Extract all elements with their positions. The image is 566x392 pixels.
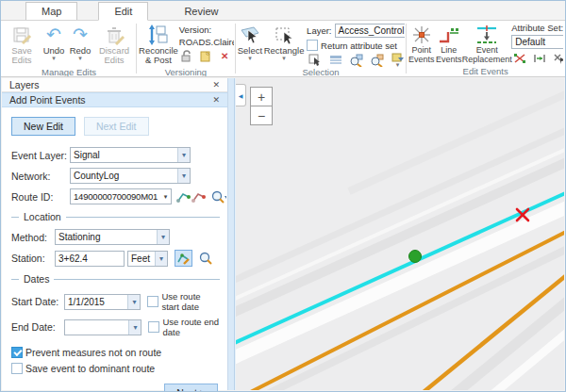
pan-to-selection-icon[interactable] bbox=[369, 53, 385, 67]
collapse-arrow-icon: ◀ bbox=[239, 92, 243, 99]
tab-map[interactable]: Map bbox=[25, 2, 77, 20]
reconcile-post-button[interactable]: Reconcile & Post bbox=[138, 23, 179, 67]
group-manage-edits: Save Edits ↶ Undo ▾ ↷ Redo ▾ Discard Edi… bbox=[3, 21, 135, 76]
tab-edit[interactable]: Edit bbox=[98, 2, 148, 21]
attribute-set-label: Attribute Set: bbox=[511, 23, 563, 33]
layers-close-icon[interactable]: ✕ bbox=[212, 80, 220, 90]
remove-route-icon[interactable] bbox=[191, 189, 207, 204]
redo-icon: ↷ bbox=[73, 24, 88, 46]
event-layer-label: Event Layer: bbox=[11, 150, 70, 161]
start-date-label: Start Date: bbox=[11, 296, 64, 307]
save-dominant-route-checkbox[interactable]: Save event to dominant route bbox=[11, 363, 220, 374]
group-versioning: Reconcile & Post Version: ROADS.Claire_R… bbox=[138, 21, 234, 76]
line-events-button[interactable]: Line Events bbox=[435, 23, 462, 66]
rectangle-select-icon bbox=[273, 24, 295, 46]
select-button[interactable]: Select ▾ bbox=[237, 23, 263, 61]
zoom-location-icon[interactable] bbox=[197, 252, 213, 266]
redo-button[interactable]: ↷ Redo ▾ bbox=[67, 23, 93, 61]
point-events-icon bbox=[411, 24, 432, 46]
route-id-label: Route ID: bbox=[11, 191, 70, 203]
collapse-panel-button[interactable]: ◀ bbox=[236, 84, 246, 106]
ribbon-tabbar: Map Edit Review bbox=[1, 1, 565, 21]
new-edit-button[interactable]: New Edit bbox=[11, 117, 75, 136]
add-point-events-close-icon[interactable]: ✕ bbox=[212, 95, 220, 105]
method-combo[interactable]: Stationing ▾ bbox=[55, 229, 170, 245]
zoom-route-icon[interactable] bbox=[210, 189, 226, 204]
selected-route-line bbox=[236, 190, 564, 344]
measure-range-icon[interactable] bbox=[531, 51, 547, 65]
station-units-arrow-icon[interactable]: ▾ bbox=[155, 252, 167, 266]
return-attribute-set-checkbox[interactable]: Return attribute set bbox=[307, 40, 405, 51]
method-combo-arrow-icon[interactable]: ▾ bbox=[157, 230, 169, 244]
zoom-out-button[interactable]: − bbox=[250, 106, 273, 125]
event-layer-combo[interactable]: Signal ▾ bbox=[70, 147, 191, 163]
tab-review[interactable]: Review bbox=[169, 3, 233, 20]
changes-icon[interactable] bbox=[198, 49, 214, 63]
ribbon-divider bbox=[406, 24, 407, 74]
point-events-button[interactable]: Point Events bbox=[408, 23, 435, 66]
layer-combo[interactable]: Access_Control ▾ bbox=[335, 24, 406, 38]
app-window: Map Edit Review Save Edits ↶ Undo ▾ bbox=[0, 0, 566, 392]
start-date-combo[interactable]: 1/1/2015 ▾ bbox=[64, 294, 141, 310]
unlock-icon[interactable] bbox=[179, 49, 195, 63]
group-label-selection: Selection bbox=[237, 67, 406, 76]
map-view[interactable]: ◀ + − bbox=[235, 78, 564, 390]
redo-caret-icon[interactable]: ▾ bbox=[78, 56, 82, 60]
network-label: Network: bbox=[11, 171, 70, 182]
attributes-list-icon[interactable] bbox=[327, 53, 343, 67]
layer-label: Layer: bbox=[307, 25, 331, 36]
location-section-separator: Location bbox=[11, 211, 220, 222]
station-units-combo[interactable]: Feet ▾ bbox=[127, 251, 168, 267]
use-route-end-date-checkbox[interactable]: Use route end date bbox=[148, 317, 220, 337]
zoom-in-button[interactable]: + bbox=[250, 87, 273, 106]
group-selection: Select ▾ Rectangle ▾ Layer: Access_Contr… bbox=[237, 21, 406, 76]
end-date-arrow-icon[interactable]: ▾ bbox=[128, 320, 141, 335]
select-caret-icon[interactable]: ▾ bbox=[248, 56, 252, 60]
end-date-label: End Date: bbox=[11, 321, 64, 333]
ribbon: Save Edits ↶ Undo ▾ ↷ Redo ▾ Discard Edi… bbox=[1, 21, 565, 77]
clear-selection-icon[interactable]: ▾ bbox=[390, 53, 405, 67]
save-edits-button[interactable]: Save Edits bbox=[3, 23, 41, 67]
panel-splitter[interactable] bbox=[228, 78, 235, 390]
rectangle-button[interactable]: Rectangle ▾ bbox=[263, 23, 305, 61]
event-replacement-button[interactable]: Event Replacement bbox=[462, 23, 511, 66]
route-id-combo[interactable]: 14900000700090M01 ▾ bbox=[70, 188, 172, 204]
pick-location-on-map-button[interactable] bbox=[175, 250, 192, 267]
save-edits-icon bbox=[11, 24, 32, 46]
attribute-set-combo[interactable]: Default ▾ bbox=[511, 35, 563, 49]
route-id-combo-arrow-icon[interactable]: ▾ bbox=[160, 193, 171, 201]
snap-event-icon[interactable] bbox=[551, 51, 563, 65]
event-layer-combo-arrow-icon[interactable]: ▾ bbox=[177, 148, 190, 162]
next-button[interactable]: Next > bbox=[164, 384, 218, 392]
add-point-events-title: Add Point Events bbox=[9, 94, 86, 106]
other-route-line-1 bbox=[236, 229, 564, 390]
select-tool-icon[interactable] bbox=[307, 53, 323, 67]
method-label: Method: bbox=[11, 232, 55, 243]
select-route-icon[interactable] bbox=[176, 189, 191, 204]
station-input[interactable] bbox=[55, 251, 125, 267]
prevent-measures-checkbox[interactable]: Prevent measures not on route bbox=[11, 347, 220, 358]
network-combo-arrow-icon[interactable]: ▾ bbox=[177, 169, 190, 183]
discard-edits-button[interactable]: Discard Edits bbox=[93, 23, 135, 67]
undo-button[interactable]: ↶ Undo ▾ bbox=[41, 23, 67, 61]
group-label-manage-edits: Manage Edits bbox=[3, 67, 135, 76]
zoom-to-selection-icon[interactable] bbox=[348, 53, 364, 67]
point-event-marker bbox=[409, 251, 422, 263]
return-attribute-set-box[interactable] bbox=[307, 40, 318, 51]
group-edit-events: Point Events Line Events Event Replaceme… bbox=[408, 21, 563, 76]
delete-version-icon[interactable]: ✕ bbox=[217, 49, 233, 63]
layers-pane-title: Layers bbox=[9, 79, 40, 90]
next-edit-button[interactable]: Next Edit bbox=[84, 117, 149, 136]
group-label-versioning: Versioning bbox=[138, 67, 234, 76]
undo-caret-icon[interactable]: ▾ bbox=[52, 56, 56, 60]
split-event-icon[interactable] bbox=[511, 51, 527, 65]
location-section-label: Location bbox=[24, 211, 61, 222]
end-date-combo[interactable]: ▾ bbox=[64, 319, 142, 335]
version-label: Version: bbox=[179, 24, 234, 35]
use-route-start-date-checkbox[interactable]: Use route start date bbox=[147, 291, 220, 312]
dates-section-separator: Dates bbox=[11, 273, 220, 285]
rectangle-caret-icon[interactable]: ▾ bbox=[282, 56, 286, 60]
network-combo[interactable]: CountyLog ▾ bbox=[70, 168, 191, 184]
line-events-icon bbox=[438, 24, 460, 46]
start-date-arrow-icon[interactable]: ▾ bbox=[127, 295, 140, 309]
